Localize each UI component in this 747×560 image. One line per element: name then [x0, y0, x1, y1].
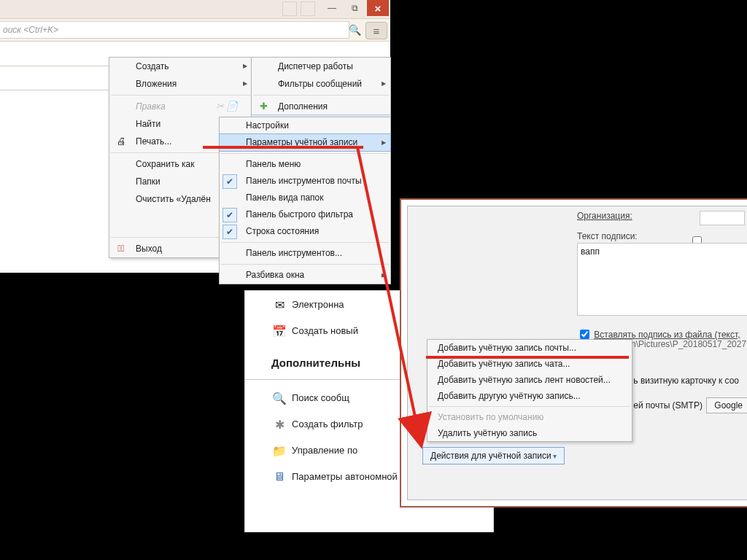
addons-icon: ✚	[258, 101, 269, 112]
offline-icon: 🖥	[271, 469, 287, 485]
close-button[interactable]: ×	[367, 0, 389, 16]
signature-textarea[interactable]: вапп	[577, 243, 747, 316]
minimize-button[interactable]: —	[321, 0, 343, 16]
check-icon: ✔	[222, 225, 237, 239]
maximize-button[interactable]: ⧉	[344, 0, 365, 16]
menu-edit: ✂ 📄Правка	[109, 98, 252, 115]
search-toolbar: оиск <Ctrl+K> 🔍 ≡	[0, 18, 390, 42]
menu-menubar[interactable]: Панель меню	[220, 156, 390, 173]
side-stub	[0, 66, 109, 90]
sig-path: n\Pictures\P_20180517_2027	[631, 339, 746, 349]
check-icon: ✔	[222, 174, 237, 189]
calendar-icon: 📅	[271, 323, 287, 339]
menu-addons[interactable]: ✚Дополнения	[252, 98, 390, 115]
print-icon: 🖨	[115, 136, 127, 147]
google-button[interactable]: Google	[706, 397, 747, 413]
right-fragments: ь визитную карточку к соо ей почты (SMTP…	[633, 376, 747, 415]
menu-quickfilter[interactable]: ✔Панель быстрого фильтра	[220, 206, 390, 223]
filter-icon: ✱	[271, 416, 287, 432]
add-other-account[interactable]: Добавить другую учётную запись...	[427, 388, 632, 404]
add-mail-account[interactable]: Добавить учётную запись почты...	[427, 340, 632, 356]
menu-folderview[interactable]: Панель вида папок	[220, 190, 390, 206]
hamburger-menu-button[interactable]: ≡	[365, 22, 387, 39]
menu-toolbars[interactable]: Панель инструментов...	[220, 245, 390, 262]
exit-icon: �⃠	[115, 243, 127, 254]
menu-dispatcher[interactable]: Диспетчер работы	[252, 58, 390, 75]
account-actions-menu: Добавить учётную запись почты... Добавит…	[427, 339, 632, 442]
settings-submenu: Настройки Параметры учётной записи Панел…	[219, 117, 391, 284]
menu-mailtoolbar[interactable]: ✔Панель инструментов почты	[220, 173, 390, 190]
set-default-account: Установить по умолчанию	[427, 409, 632, 425]
menu-attachments[interactable]: Вложения	[109, 75, 252, 93]
titlebar-tool-b[interactable]	[301, 1, 315, 16]
account-actions-button[interactable]: Действия для учётной записи	[422, 447, 565, 464]
add-chat-account[interactable]: Добавить учётную запись чата...	[427, 356, 632, 372]
menu-msgfilters[interactable]: Фильтры сообщений	[252, 75, 390, 93]
search-icon: 🔍	[271, 390, 287, 406]
mail-icon: ✉	[271, 297, 287, 313]
menu-account-params[interactable]: Параметры учётной записи	[219, 133, 391, 152]
menu-settings[interactable]: Настройки	[220, 117, 390, 134]
menu-layout[interactable]: Разбивка окна	[220, 267, 390, 284]
titlebar: — ⧉ ×	[0, 0, 390, 18]
app-window: — ⧉ × оиск <Ctrl+K> 🔍 ≡ Создать Вложения…	[0, 0, 390, 273]
menu-statusbar[interactable]: ✔Строка состояния	[220, 223, 390, 240]
titlebar-tool-a[interactable]	[282, 1, 297, 16]
menu-create[interactable]: Создать	[109, 58, 252, 75]
search-input[interactable]: оиск <Ctrl+K>	[0, 21, 349, 39]
delete-account[interactable]: Удалить учётную запись	[427, 425, 632, 441]
check-icon: ✔	[222, 208, 237, 222]
org-input[interactable]	[700, 211, 745, 225]
search-icon[interactable]: 🔍	[349, 24, 361, 36]
edit-icons: ✂ 📄	[221, 101, 233, 112]
add-feed-account[interactable]: Добавить учётную запись лент новостей...	[427, 372, 632, 388]
folder-icon: 📁	[271, 443, 287, 459]
